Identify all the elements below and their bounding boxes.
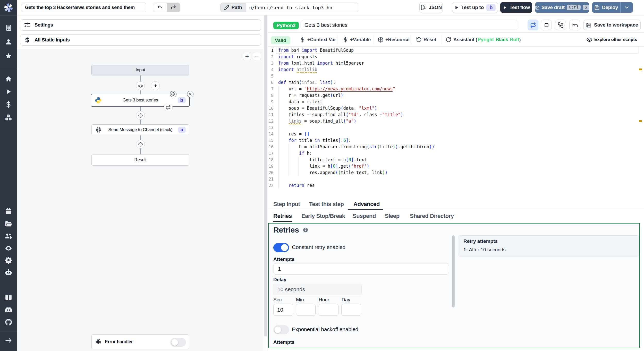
flow-settings-button[interactable]: Settings (20, 19, 261, 31)
repeat-icon (530, 22, 536, 28)
flow-name-input[interactable] (21, 3, 146, 12)
code-line: def main(infos: list): (278, 79, 335, 86)
sidebar-item-variables-dollar-icon[interactable] (0, 101, 17, 108)
sidebar-item-user-icon[interactable] (0, 38, 17, 45)
hour-input[interactable] (319, 304, 338, 316)
early-stop-button[interactable] (541, 20, 552, 30)
deploy-button[interactable]: Deploy (592, 5, 620, 10)
close-icon (189, 92, 192, 96)
insert-step-button[interactable] (136, 81, 145, 90)
add-variable-button[interactable]: +Variable (343, 33, 371, 47)
sidebar-item-workspace-building-icon[interactable] (0, 24, 17, 31)
line-number: 21 (268, 176, 274, 182)
app-sidebar (0, 0, 17, 351)
code-line: from lxml.html import html5parser (278, 60, 364, 66)
suspend-button[interactable] (555, 20, 566, 30)
subtab-early-stop[interactable]: Early Stop/Break (301, 210, 345, 222)
path-value-input[interactable]: u/henri/send_to_slack_top3_hn (246, 3, 358, 12)
test-up-to-button[interactable]: Test up to b (452, 2, 498, 13)
splitter-scrollbar-thumb[interactable] (264, 15, 267, 336)
path-edit-button[interactable]: Path (221, 3, 246, 12)
sidebar-item-settings-gear-icon[interactable] (0, 256, 17, 264)
sidebar-item-groups-users-icon[interactable] (0, 232, 17, 240)
insert-trigger-button[interactable] (151, 81, 160, 90)
tab-step-input[interactable]: Step Input (273, 198, 300, 210)
subtab-suspend[interactable]: Suspend (353, 210, 376, 222)
sidebar-item-schedules-calendar-icon[interactable] (0, 208, 17, 215)
code-line: r = requests.get(url) (278, 92, 343, 99)
move-node-handle[interactable] (170, 91, 176, 97)
flow-node-step-a[interactable]: Send Message to Channel (slack) a (91, 124, 189, 135)
sidebar-item-resources-cubes-icon[interactable] (0, 114, 17, 121)
info-icon[interactable] (303, 227, 308, 233)
code-editor[interactable]: 12345678910111213141516171819202122 from… (268, 47, 644, 198)
insert-step-button[interactable] (136, 111, 145, 120)
assistant-button[interactable]: Assistant ( Pyright Black Ruff ) (446, 33, 521, 47)
save-draft-button[interactable]: Save draft Ctrl S (535, 2, 589, 13)
add-context-var-button[interactable]: +Context Var (300, 33, 336, 47)
day-input[interactable] (341, 304, 361, 316)
sidebar-item-favorites-star-icon[interactable] (0, 52, 17, 59)
error-handler-toggle[interactable] (170, 338, 186, 347)
package-icon (378, 37, 384, 43)
code-line: import requests (278, 54, 317, 60)
sidebar-item-ai-robot-icon[interactable] (0, 268, 17, 276)
node-retry-indicator[interactable] (164, 104, 173, 111)
play-icon (503, 5, 507, 10)
insert-step-button[interactable] (136, 140, 145, 149)
deploy-dropdown-button[interactable] (621, 5, 633, 10)
undo-button[interactable] (153, 3, 167, 12)
step-name-input[interactable] (301, 20, 518, 30)
flow-node-step-b[interactable]: Gets 3 best stories b (91, 94, 190, 107)
zoom-out-button[interactable]: − (253, 52, 261, 60)
line-number: 7 (268, 86, 274, 92)
toolbar-divider (412, 35, 412, 45)
sidebar-item-docs-book-icon[interactable] (0, 294, 17, 301)
flow-node-input[interactable]: Input (91, 65, 189, 75)
sec-label: Sec (273, 297, 282, 303)
retries-title: Retries (273, 226, 299, 234)
subtab-sleep[interactable]: Sleep (385, 210, 400, 222)
retries-scrollbar-thumb[interactable] (452, 235, 455, 307)
sidebar-item-github-icon[interactable] (0, 318, 17, 326)
delete-node-button[interactable] (187, 91, 193, 97)
retries-indicator-button[interactable] (528, 20, 538, 30)
code-line: link = h[0].get('href') (278, 163, 369, 169)
constant-retry-toggle[interactable] (273, 243, 289, 252)
flow-error-handler[interactable]: Error handler (91, 335, 189, 349)
tab-advanced[interactable]: Advanced (353, 198, 380, 210)
sidebar-item-folders-icon[interactable] (0, 220, 17, 228)
json-button[interactable]: JSON (419, 2, 443, 13)
sidebar-item-runs-play-icon[interactable] (0, 88, 17, 95)
redo-button[interactable] (167, 3, 180, 12)
tab-test-this-step[interactable]: Test this step (309, 198, 344, 210)
test-flow-button[interactable]: Test flow (500, 2, 532, 13)
sidebar-expand-arrow-icon[interactable] (0, 337, 17, 344)
reset-button[interactable]: Reset (416, 33, 436, 47)
sidebar-item-audit-eye-icon[interactable] (0, 244, 17, 252)
subtab-retries[interactable]: Retries (273, 210, 292, 222)
subtab-underline (273, 221, 292, 222)
min-input[interactable] (296, 304, 316, 316)
save-to-workspace-button[interactable]: Save to workspace (583, 20, 641, 30)
play-icon (454, 5, 459, 10)
explore-other-scripts-button[interactable]: Explore other scripts (586, 33, 637, 47)
flow-static-inputs-button[interactable]: All Static Inputs (20, 34, 261, 46)
min-label: Min (296, 297, 304, 303)
sec-input[interactable] (273, 304, 293, 316)
test-up-to-step-badge: b (486, 4, 496, 11)
flow-node-result[interactable]: Result (91, 154, 189, 166)
zoom-in-button[interactable]: + (243, 52, 251, 60)
sidebar-item-home-icon[interactable] (0, 75, 17, 83)
exponential-backoff-toggle[interactable] (273, 325, 289, 334)
add-resource-button[interactable]: +Resource (378, 33, 409, 47)
attempts-input[interactable] (274, 263, 449, 275)
sidebar-item-discord-icon[interactable] (0, 306, 17, 314)
attempts-label: Attempts (273, 256, 294, 262)
flow-graph-canvas[interactable]: + − Input Gets 3 best stories b (17, 49, 263, 351)
windmill-logo-icon[interactable] (0, 3, 17, 13)
subtab-shared-directory[interactable]: Shared Directory (410, 210, 454, 222)
sleep-button[interactable] (569, 20, 580, 30)
indent-guide (299, 157, 299, 176)
panel-splitter[interactable] (263, 15, 268, 351)
